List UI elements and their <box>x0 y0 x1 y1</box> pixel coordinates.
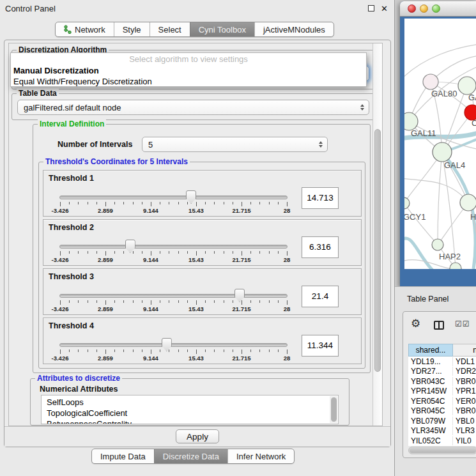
table-row[interactable]: YDR27...YDR2 <box>408 367 476 377</box>
slider-tick <box>233 202 233 204</box>
slider-tick <box>105 349 106 354</box>
table-row[interactable]: YPR145WYPR1 <box>408 387 476 397</box>
slider-tick <box>196 349 197 354</box>
threshold-value-field[interactable]: 11.344 <box>302 335 339 357</box>
slider-tick <box>214 202 215 204</box>
mode-tab-discretize-data[interactable]: Discretize Data <box>154 449 227 463</box>
tab-style[interactable]: Style <box>114 22 150 36</box>
network-window-titlebar[interactable] <box>400 1 476 17</box>
network-icon <box>64 25 72 34</box>
threshold-value-field[interactable]: 21.4 <box>302 286 339 307</box>
algorithm-option-manual[interactable]: Manual Discretization <box>11 65 366 76</box>
slider-tick <box>196 300 197 305</box>
network-edge-thick[interactable] <box>404 238 434 269</box>
table-select-checkboxes-icon[interactable]: ☑☑ <box>455 319 470 328</box>
table-panel-title: Table Panel <box>407 295 449 303</box>
slider-tick <box>69 202 70 204</box>
gal80-node[interactable] <box>423 74 438 89</box>
attributes-list-scrollbar[interactable] <box>330 396 337 423</box>
slider-scale-label: 9.144 <box>137 207 165 214</box>
gal11-node[interactable] <box>404 112 418 130</box>
panel-vertical-scrollbar[interactable] <box>372 43 382 426</box>
slider-tick <box>160 349 160 352</box>
network-canvas[interactable]: GAL80GACGAL11GAL4GCY1HHAP2 <box>404 19 476 269</box>
top-right-node[interactable] <box>458 77 476 95</box>
zoom-traffic-light[interactable] <box>432 4 440 13</box>
cyni-mode-tab-bar: Impute DataDiscretize DataInfer Network <box>91 449 295 464</box>
tab-cyni-toolbox[interactable]: Cyni Toolbox <box>190 22 254 36</box>
numerical-attributes-list[interactable]: SelfLoopsTopologicalCoefficientBetweenne… <box>41 395 339 424</box>
attribute-list-item[interactable]: TopologicalCoefficient <box>47 408 338 418</box>
threshold-label: Threshold 4 <box>49 321 94 330</box>
threshold-slider-track[interactable] <box>59 294 288 298</box>
slider-tick <box>123 349 124 352</box>
slider-tick <box>287 202 288 206</box>
table-row[interactable]: YBL079WYBL0 <box>408 416 476 426</box>
tab-jactivemnodules[interactable]: jActiveMNodules <box>254 22 334 36</box>
node-table-panel: ⚙ ☑☑ shared... n YDL19...YDL1YDR27...YDR… <box>403 311 476 458</box>
table-columns-icon[interactable] <box>434 321 444 330</box>
table-row[interactable]: YBR043CYBR0 <box>408 376 476 387</box>
table-horizontal-scrollbar-thumb[interactable] <box>410 448 476 453</box>
column-header-shared-name[interactable]: shared... <box>408 344 453 357</box>
slider-tick <box>250 251 251 254</box>
mode-tab-infer-network[interactable]: Infer Network <box>227 449 294 463</box>
hap2-node[interactable] <box>432 239 443 250</box>
panel-vertical-scrollbar-thumb[interactable] <box>374 129 381 372</box>
threshold-slider-handle[interactable] <box>125 240 135 253</box>
close-traffic-light[interactable] <box>408 4 416 13</box>
threshold-slider-track[interactable] <box>59 245 288 249</box>
attribute-list-item[interactable]: BetweennessCentrality <box>47 418 338 424</box>
tab-label: Cyni Toolbox <box>199 25 246 35</box>
number-of-intervals-combobox[interactable]: 5 <box>142 137 328 152</box>
slider-tick <box>278 251 279 254</box>
slider-tick <box>233 300 233 303</box>
column-header-name[interactable]: n <box>453 344 476 357</box>
tab-label: Network <box>75 25 105 35</box>
attributes-list-scrollbar-thumb[interactable] <box>331 397 337 422</box>
threshold-slider-track[interactable] <box>59 196 288 199</box>
minimize-traffic-light[interactable] <box>420 4 428 13</box>
table-data-combobox[interactable]: galFiltered.sif default node <box>17 100 369 115</box>
table-row[interactable]: YLR345WYLR3 <box>408 426 476 436</box>
network-edge[interactable] <box>404 44 476 79</box>
node-label: GA <box>468 93 476 102</box>
table-row[interactable]: YIL052CYIL0 <box>408 436 476 446</box>
tab-network[interactable]: Network <box>56 22 114 36</box>
threshold-slider-handle[interactable] <box>162 338 172 351</box>
slider-tick <box>105 300 106 305</box>
mode-tab-label: Infer Network <box>236 452 286 461</box>
algorithm-option-equal-width[interactable]: Equal Width/Frequency Discretization <box>11 76 366 87</box>
threshold-value-field[interactable]: 6.316 <box>302 236 339 258</box>
threshold-slider-handle[interactable] <box>234 289 245 302</box>
slider-scale-label: 15.43 <box>182 207 210 214</box>
gcy1-node[interactable] <box>404 197 410 209</box>
discretize-scroll-area: Discretization Algorithm Table Data galF… <box>8 43 383 426</box>
algorithm-dropdown-popup: Select algorithm to view settings Manual… <box>10 52 367 87</box>
tab-select[interactable]: Select <box>150 22 190 36</box>
float-window-icon[interactable] <box>368 5 374 12</box>
gal4-node[interactable] <box>433 142 452 162</box>
table-settings-gear-icon[interactable]: ⚙ <box>411 318 420 330</box>
mode-tab-impute-data[interactable]: Impute Data <box>92 449 154 463</box>
slider-tick <box>233 349 233 352</box>
slider-tick <box>169 251 169 254</box>
slider-tick <box>133 349 134 352</box>
table-row[interactable]: YER054CYER0 <box>408 396 476 406</box>
slider-tick <box>88 349 88 352</box>
threshold-value-field[interactable]: 14.713 <box>302 187 339 209</box>
right-mid-node[interactable] <box>460 194 476 211</box>
threshold-2-panel: Threshold 2-3.4262.8599.14415.4321.71528… <box>43 219 362 266</box>
network-edge[interactable] <box>438 152 442 245</box>
close-icon[interactable]: ✕ <box>381 4 388 13</box>
slider-scale-label: -3.426 <box>46 305 74 312</box>
slider-tick <box>114 202 115 204</box>
attribute-list-item[interactable]: SelfLoops <box>47 397 338 408</box>
apply-button[interactable]: Apply <box>176 429 219 443</box>
slider-tick <box>142 202 142 204</box>
table-horizontal-scrollbar[interactable] <box>408 447 476 454</box>
table-row[interactable]: YDL19...YDL1 <box>408 357 476 367</box>
table-row[interactable]: YBR045CYBR0 <box>408 406 476 417</box>
threshold-slider-track[interactable] <box>59 343 288 347</box>
node-label: GAL4 <box>444 160 465 170</box>
